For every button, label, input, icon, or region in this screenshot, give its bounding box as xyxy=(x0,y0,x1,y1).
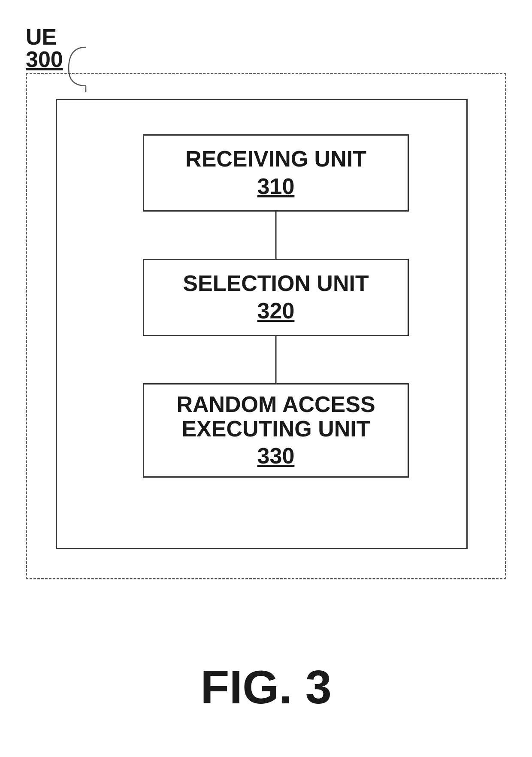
receiving-unit-title: RECEIVING UNIT xyxy=(185,147,366,171)
connector-receiving-selection xyxy=(267,212,284,259)
selection-unit-box: SELECTION UNIT 320 xyxy=(143,259,409,336)
selection-unit-title: SELECTION UNIT xyxy=(183,271,369,296)
random-access-unit-box: RANDOM ACCESS EXECUTING UNIT 330 xyxy=(143,383,409,478)
random-access-unit-number: 330 xyxy=(257,443,295,469)
connector-selection-random xyxy=(267,336,284,383)
ue-number: 300 xyxy=(26,48,63,70)
page: UE 300 RECEIVING UNIT 310 SELECTION UNIT… xyxy=(0,0,532,757)
inner-solid-box: RECEIVING UNIT 310 SELECTION UNIT 320 RA… xyxy=(56,99,468,549)
random-access-unit-title-line1: RANDOM ACCESS xyxy=(176,392,375,417)
ue-label-area: UE 300 xyxy=(26,26,63,70)
figure-label: FIG. 3 xyxy=(200,660,332,713)
figure-label-area: FIG. 3 xyxy=(0,660,532,714)
ue-text: UE xyxy=(26,26,63,48)
receiving-unit-box: RECEIVING UNIT 310 xyxy=(143,134,409,212)
receiving-unit-number: 310 xyxy=(257,173,295,199)
random-access-unit-title-line2: EXECUTING UNIT xyxy=(181,417,370,441)
selection-unit-number: 320 xyxy=(257,298,295,324)
